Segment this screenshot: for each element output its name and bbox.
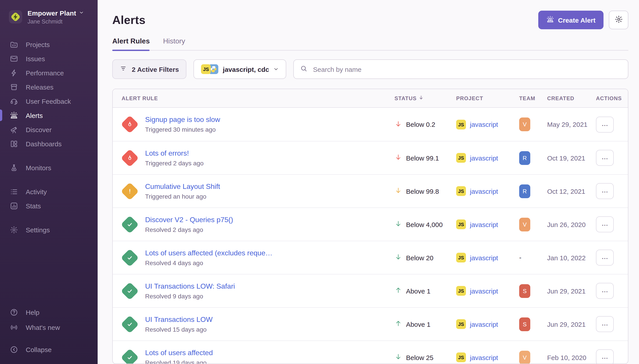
- sidebar-nav: ProjectsIssuesPerformanceReleasesUser Fe…: [0, 29, 98, 237]
- severity-flame-icon: [121, 149, 139, 167]
- column-header-created: Created: [547, 95, 596, 102]
- row-actions-button[interactable]: ...: [596, 283, 614, 299]
- sidebar-item-label: Dashboards: [26, 140, 62, 148]
- column-header-label: Status: [395, 95, 417, 102]
- status-value: Below 0.2: [406, 121, 435, 128]
- performance-icon: [9, 68, 19, 77]
- sidebar-item-label: Alerts: [26, 112, 43, 119]
- status-value: Below 4,000: [406, 221, 443, 228]
- collapse-label: Collapse: [26, 346, 52, 353]
- alert-rule-link[interactable]: Discover V2 - Queries p75(): [145, 216, 233, 224]
- sidebar-item-label: Performance: [26, 69, 64, 76]
- sidebar-item-dashboards[interactable]: Dashboards: [0, 136, 98, 151]
- sidebar-item-settings[interactable]: Settings: [0, 222, 98, 237]
- severity-check-icon: [121, 282, 139, 300]
- team-avatar[interactable]: V: [519, 351, 530, 364]
- releases-icon: [9, 83, 19, 91]
- row-actions-button[interactable]: ...: [596, 150, 614, 166]
- created-date: Feb 10, 2020: [547, 354, 596, 361]
- alert-rule-link[interactable]: Lots of errors!: [145, 150, 204, 158]
- arrow-up-icon: [395, 287, 402, 296]
- row-actions-button[interactable]: ...: [596, 183, 614, 199]
- sidebar-item-label: Activity: [26, 188, 47, 195]
- team-avatar[interactable]: S: [519, 318, 530, 331]
- project-link[interactable]: javascript: [470, 354, 498, 361]
- tab-history[interactable]: History: [163, 38, 185, 50]
- project-link[interactable]: javascript: [470, 221, 498, 228]
- arrow-down-icon: [395, 120, 402, 129]
- table-body: Signup page is too slowTriggered 30 minu…: [113, 108, 628, 364]
- sidebar-item-user-feedback[interactable]: User Feedback: [0, 94, 98, 108]
- project-link[interactable]: javascript: [470, 320, 498, 328]
- project-link[interactable]: javascript: [470, 254, 498, 262]
- team-avatar[interactable]: V: [519, 218, 530, 232]
- project-selector[interactable]: JS javascript, cdc: [193, 60, 286, 79]
- project-link[interactable]: javascript: [470, 287, 498, 295]
- column-header-status[interactable]: Status: [395, 95, 456, 102]
- team-avatar[interactable]: R: [519, 151, 530, 165]
- alert-rule-link[interactable]: Lots of users affected: [145, 349, 213, 357]
- user-feedback-icon: [9, 97, 19, 105]
- alert-rule-link[interactable]: Signup page is too slow: [145, 116, 220, 124]
- team-avatar[interactable]: V: [519, 118, 530, 132]
- alert-rule-link[interactable]: UI Transactions LOW: Safari: [145, 282, 235, 290]
- sidebar-item-releases[interactable]: Releases: [0, 80, 98, 94]
- sidebar-item-alerts[interactable]: Alerts: [0, 108, 98, 122]
- siren-icon: [9, 111, 19, 120]
- row-actions-button[interactable]: ...: [596, 216, 614, 232]
- column-header-actions: Actions: [596, 95, 628, 102]
- tab-bar: Alert RulesHistory: [112, 38, 628, 51]
- arrow-up-icon: [395, 320, 402, 329]
- create-alert-button[interactable]: Create Alert: [538, 11, 603, 29]
- alerts-settings-button[interactable]: [609, 11, 628, 29]
- sidebar-item-performance[interactable]: Performance: [0, 66, 98, 80]
- column-header-label: Alert Rule: [122, 95, 158, 102]
- sidebar-item-help[interactable]: Help: [0, 304, 98, 320]
- check-icon: [126, 354, 134, 361]
- severity-flame-icon: [121, 116, 139, 134]
- sidebar-item-label: What's new: [26, 324, 60, 331]
- team-avatar[interactable]: S: [519, 284, 530, 298]
- sidebar-item-what-s-new[interactable]: What's new: [0, 320, 98, 335]
- arrow-down-icon: [395, 220, 402, 229]
- help-icon: [9, 308, 19, 316]
- sidebar-item-monitors[interactable]: Monitors: [0, 160, 98, 175]
- created-date: Jun 26, 2020: [547, 221, 596, 228]
- active-filters-button[interactable]: 2 Active Filters: [112, 60, 186, 79]
- row-actions-button[interactable]: ...: [596, 250, 614, 266]
- column-header-label: Project: [456, 95, 483, 102]
- row-actions-button[interactable]: ...: [596, 350, 614, 364]
- filter-lines-icon: [120, 65, 127, 74]
- discover-icon: [9, 125, 19, 134]
- status-value: Above 1: [406, 287, 430, 295]
- table-row: Lots of users affectedResolved 19 days a…: [113, 341, 628, 364]
- project-link[interactable]: javascript: [470, 154, 498, 162]
- flame-icon: [126, 154, 134, 162]
- sidebar-collapse-button[interactable]: Collapse: [0, 342, 98, 357]
- sidebar-item-activity[interactable]: Activity: [0, 184, 98, 199]
- search-input[interactable]: [312, 65, 622, 74]
- org-switcher[interactable]: Empower Plant Jane Schmidt: [0, 0, 98, 29]
- row-actions-button[interactable]: ...: [596, 116, 614, 132]
- javascript-project-icon: JS: [201, 64, 211, 74]
- created-date: May 29, 2021: [547, 121, 596, 128]
- filter-bar: 2 Active Filters JS javascript, cdc: [112, 60, 628, 79]
- alert-rule-link[interactable]: Cumulative Layout Shift: [145, 183, 220, 191]
- sidebar-item-stats[interactable]: Stats: [0, 199, 98, 213]
- tab-alert-rules[interactable]: Alert Rules: [112, 38, 150, 50]
- sidebar-item-projects[interactable]: Projects: [0, 37, 98, 52]
- projects-icon: [9, 40, 19, 48]
- sidebar-item-discover[interactable]: Discover: [0, 122, 98, 136]
- row-actions-button[interactable]: ...: [596, 316, 614, 332]
- alert-rule-link[interactable]: Lots of users affected (excludes reque…: [145, 249, 272, 257]
- alert-rule-detail: Resolved 2 days ago: [145, 226, 233, 233]
- alert-rule-link[interactable]: UI Transactions LOW: [145, 316, 213, 324]
- sidebar-item-issues[interactable]: Issues: [0, 52, 98, 66]
- chevron-down-icon: [79, 9, 84, 17]
- project-link[interactable]: javascript: [470, 121, 498, 128]
- team-avatar[interactable]: R: [519, 184, 530, 198]
- project-link[interactable]: javascript: [470, 188, 498, 195]
- alert-rule-detail: Resolved 9 days ago: [145, 292, 235, 300]
- status-value: Below 99.1: [406, 154, 439, 162]
- javascript-project-icon: JS: [456, 286, 466, 296]
